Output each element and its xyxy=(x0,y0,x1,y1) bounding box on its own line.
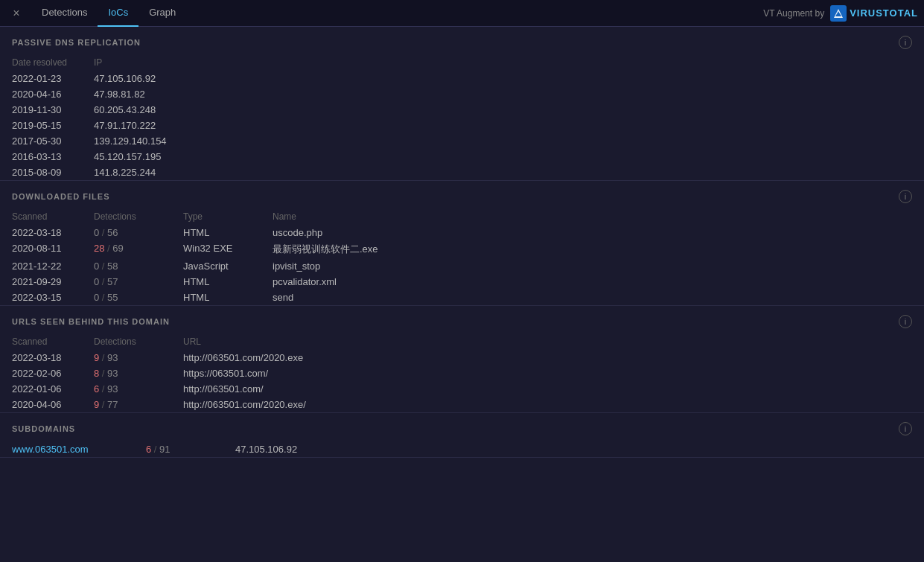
dns-date: 2020-04-16 xyxy=(0,86,82,102)
vt-logo: VIRUSTOTAL xyxy=(830,5,918,22)
subdomains-title: SUBDOMAINS xyxy=(12,424,75,433)
df-detections: 0 / 55 xyxy=(82,290,171,305)
subdomains-header: SUBDOMAINS i xyxy=(0,413,924,441)
downloaded-files-info-icon[interactable]: i xyxy=(899,190,912,203)
urls-info-icon[interactable]: i xyxy=(899,315,912,328)
table-row: 2016-03-13 45.120.157.195 xyxy=(0,149,924,165)
table-row: 2022-01-23 47.105.106.92 xyxy=(0,71,924,86)
df-scanned: 2021-12-22 xyxy=(0,258,82,274)
df-col-name: Name xyxy=(261,209,924,225)
url-value[interactable]: https://063501.com/ xyxy=(171,365,924,381)
table-row: 2022-03-18 0 / 56 HTML uscode.php xyxy=(0,225,924,240)
downloaded-files-title: DOWNLOADED FILES xyxy=(12,192,110,201)
url-detections: 6 / 93 xyxy=(82,381,171,397)
url-detections: 8 / 93 xyxy=(82,365,171,381)
table-row: 2020-04-16 47.98.81.82 xyxy=(0,86,924,102)
vt-prefix-text: VT Augment by xyxy=(763,8,824,19)
subdomains-info-icon[interactable]: i xyxy=(899,422,912,435)
url-value[interactable]: http://063501.com/2020.exe/ xyxy=(171,397,924,412)
table-row: 2021-09-29 0 / 57 HTML pcvalidator.xml xyxy=(0,274,924,290)
passive-dns-table: Date resolved IP 2022-01-23 47.105.106.9… xyxy=(0,55,924,180)
urls-section: URLS SEEN BEHIND THIS DOMAIN i Scanned D… xyxy=(0,306,924,413)
tab-iocs[interactable]: IoCs xyxy=(98,0,138,27)
df-name: 最新弱视训练软件二.exe xyxy=(261,240,924,258)
table-row: 2017-05-30 139.129.140.154 xyxy=(0,133,924,149)
subdomains-section: SUBDOMAINS i www.063501.com 6 / 91 47.10… xyxy=(0,413,924,458)
dns-ip: 141.8.225.244 xyxy=(82,165,924,180)
url-value[interactable]: http://063501.com/ xyxy=(171,381,924,397)
table-row: 2022-02-06 8 / 93 https://063501.com/ xyxy=(0,365,924,381)
table-row: 2015-08-09 141.8.225.244 xyxy=(0,165,924,180)
url-col-url: URL xyxy=(171,334,924,350)
table-row: 2022-03-18 9 / 93 http://063501.com/2020… xyxy=(0,350,924,365)
downloaded-files-section: DOWNLOADED FILES i Scanned Detections Ty… xyxy=(0,181,924,306)
passive-dns-section: PASSIVE DNS REPLICATION i Date resolved … xyxy=(0,27,924,181)
url-col-detections: Detections xyxy=(82,334,171,350)
table-row: 2022-03-15 0 / 55 HTML send xyxy=(0,290,924,305)
urls-header: URLS SEEN BEHIND THIS DOMAIN i xyxy=(0,306,924,334)
passive-dns-info-icon[interactable]: i xyxy=(899,36,912,49)
dns-ip: 45.120.157.195 xyxy=(82,149,924,165)
close-button[interactable]: × xyxy=(6,3,27,24)
passive-dns-col-ip: IP xyxy=(82,55,924,71)
urls-title: URLS SEEN BEHIND THIS DOMAIN xyxy=(12,317,170,326)
table-row: 2020-04-06 9 / 77 http://063501.com/2020… xyxy=(0,397,924,412)
dns-ip: 60.205.43.248 xyxy=(82,102,924,118)
passive-dns-col-date: Date resolved xyxy=(0,55,82,71)
df-scanned: 2022-03-15 xyxy=(0,290,82,305)
topbar-right: VT Augment by VIRUSTOTAL xyxy=(763,5,918,22)
dns-ip: 47.105.106.92 xyxy=(82,71,924,86)
url-scanned: 2020-04-06 xyxy=(0,397,82,412)
df-detections: 0 / 57 xyxy=(82,274,171,290)
dns-date: 2019-11-30 xyxy=(0,102,82,118)
df-type: HTML xyxy=(171,225,261,240)
df-col-type: Type xyxy=(171,209,261,225)
subdomain-detections: 6 / 91 xyxy=(134,441,223,457)
url-value[interactable]: http://063501.com/2020.exe xyxy=(171,350,924,365)
df-scanned: 2021-09-29 xyxy=(0,274,82,290)
url-detections: 9 / 93 xyxy=(82,350,171,365)
dns-date: 2019-05-15 xyxy=(0,118,82,133)
df-type: JavaScript xyxy=(171,258,261,274)
df-scanned: 2020-08-11 xyxy=(0,240,82,258)
content-area: PASSIVE DNS REPLICATION i Date resolved … xyxy=(0,27,924,562)
df-name: uscode.php xyxy=(261,225,924,240)
url-scanned: 2022-02-06 xyxy=(0,365,82,381)
table-row: 2019-05-15 47.91.170.222 xyxy=(0,118,924,133)
df-detections: 0 / 58 xyxy=(82,258,171,274)
table-row: 2019-11-30 60.205.43.248 xyxy=(0,102,924,118)
topbar: × Detections IoCs Graph VT Augment by VI… xyxy=(0,0,924,27)
table-row: 2020-08-11 28 / 69 Win32 EXE 最新弱视训练软件二.e… xyxy=(0,240,924,258)
df-scanned: 2022-03-18 xyxy=(0,225,82,240)
passive-dns-title: PASSIVE DNS REPLICATION xyxy=(12,38,141,47)
subdomain-ip: 47.105.106.92 xyxy=(223,441,924,457)
df-detections: 28 / 69 xyxy=(82,240,171,258)
df-detections: 0 / 56 xyxy=(82,225,171,240)
url-col-scanned: Scanned xyxy=(0,334,82,350)
df-col-detections: Detections xyxy=(82,209,171,225)
passive-dns-header: PASSIVE DNS REPLICATION i xyxy=(0,27,924,55)
df-name: pcvalidator.xml xyxy=(261,274,924,290)
dns-ip: 47.98.81.82 xyxy=(82,86,924,102)
dns-date: 2022-01-23 xyxy=(0,71,82,86)
url-detections: 9 / 77 xyxy=(82,397,171,412)
df-name: ipvisit_stop xyxy=(261,258,924,274)
url-scanned: 2022-03-18 xyxy=(0,350,82,365)
table-row: 2021-12-22 0 / 58 JavaScript ipvisit_sto… xyxy=(0,258,924,274)
dns-ip: 139.129.140.154 xyxy=(82,133,924,149)
dns-date: 2015-08-09 xyxy=(0,165,82,180)
downloaded-files-header: DOWNLOADED FILES i xyxy=(0,181,924,209)
table-row: www.063501.com 6 / 91 47.105.106.92 xyxy=(0,441,924,457)
df-type: Win32 EXE xyxy=(171,240,261,258)
vt-logo-text: VIRUSTOTAL xyxy=(850,7,918,19)
df-type: HTML xyxy=(171,274,261,290)
urls-table: Scanned Detections URL 2022-03-18 9 / 93… xyxy=(0,334,924,412)
df-type: HTML xyxy=(171,290,261,305)
subdomains-table: www.063501.com 6 / 91 47.105.106.92 xyxy=(0,441,924,457)
url-scanned: 2022-01-06 xyxy=(0,381,82,397)
downloaded-files-table: Scanned Detections Type Name 2022-03-18 … xyxy=(0,209,924,305)
tab-detections[interactable]: Detections xyxy=(31,0,98,27)
subdomain-name[interactable]: www.063501.com xyxy=(0,441,134,457)
tab-graph[interactable]: Graph xyxy=(138,0,186,27)
df-name: send xyxy=(261,290,924,305)
